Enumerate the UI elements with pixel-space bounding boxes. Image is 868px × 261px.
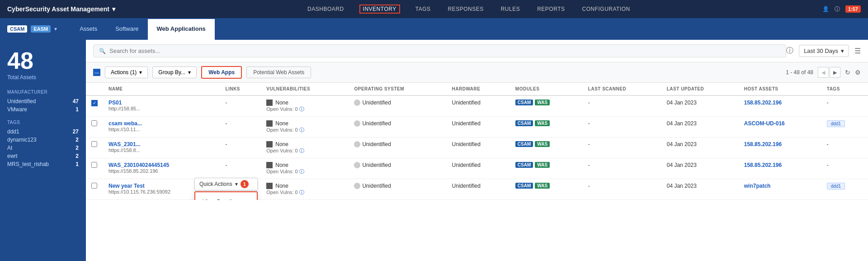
tab-web-apps-button[interactable]: Web Apps bbox=[201, 66, 242, 79]
actions-button[interactable]: Actions (1) ▾ bbox=[105, 66, 148, 78]
asset-name-link[interactable]: csam weba... bbox=[108, 120, 142, 127]
asset-name-link[interactable]: WAS_2301... bbox=[108, 141, 141, 147]
nav-reports[interactable]: REPORTS bbox=[535, 5, 566, 13]
row-last-updated-cell: 04 Jan 2023 bbox=[661, 158, 739, 179]
row-host-assets-cell: win7patch bbox=[739, 179, 821, 200]
row-links-cell: - bbox=[220, 95, 261, 117]
host-asset-link[interactable]: 158.85.202.196 bbox=[744, 141, 782, 147]
manufacturer-unidentified: Unidentified 47 bbox=[7, 98, 79, 104]
vulns-info-icon[interactable]: ⓘ bbox=[299, 169, 304, 174]
nav-responses[interactable]: RESPONSES bbox=[446, 5, 485, 13]
row-tags-cell: ddd1 bbox=[821, 117, 868, 138]
nav-rules[interactable]: RULES bbox=[499, 5, 522, 13]
col-links: LINKS bbox=[220, 83, 261, 95]
col-last-scanned: LAST SCANNED bbox=[583, 83, 661, 95]
main-wrapper: 48 Total Assets MANUFACTURER Unidentifie… bbox=[0, 40, 868, 261]
row-checkbox[interactable] bbox=[91, 162, 97, 168]
group-by-chevron: ▾ bbox=[188, 69, 191, 76]
select-all-checkbox[interactable]: — bbox=[93, 69, 100, 76]
vuln-label: None bbox=[275, 120, 288, 127]
open-vulns-label: Open Vulns: 0 ⓘ bbox=[266, 168, 343, 175]
row-checkbox-cell bbox=[86, 158, 103, 179]
tag-label: ddd1 bbox=[827, 120, 845, 127]
help-icon[interactable]: ⓘ bbox=[835, 5, 840, 13]
nav-configuration[interactable]: CONFIGURATION bbox=[580, 5, 632, 13]
toolbar-left: — Actions (1) ▾ Group By... ▾ Web Apps P… bbox=[93, 66, 311, 79]
help-circle-icon[interactable]: ⓘ bbox=[786, 46, 793, 56]
table-wrap: NAME LINKS VULNERABILITIES OPERATING SYS… bbox=[86, 83, 868, 200]
tag-label: ddd1 bbox=[827, 183, 845, 190]
row-last-scanned-cell: - bbox=[583, 138, 661, 158]
tab-assets[interactable]: Assets bbox=[71, 19, 106, 40]
vulns-info-icon[interactable]: ⓘ bbox=[299, 148, 304, 153]
module-csam-badge: CSAM bbox=[515, 141, 533, 147]
asset-name-link[interactable]: WAS_230104024445145 bbox=[108, 162, 169, 168]
toolbar: — Actions (1) ▾ Group By... ▾ Web Apps P… bbox=[86, 62, 868, 83]
row-checkbox[interactable]: ✓ bbox=[91, 100, 98, 106]
nav-tags[interactable]: TAGS bbox=[414, 5, 433, 13]
asset-url: https://158.85.202.196 bbox=[108, 168, 215, 174]
vulns-info-icon[interactable]: ⓘ bbox=[299, 190, 304, 195]
row-modules-cell: CSAMWAS bbox=[510, 158, 583, 179]
asset-name-link[interactable]: PS01 bbox=[108, 100, 122, 106]
module-csam-badge: CSAM bbox=[515, 120, 533, 126]
search-input[interactable] bbox=[109, 47, 780, 54]
top-nav-items: DASHBOARD INVENTORY TAGS RESPONSES RULES… bbox=[306, 5, 632, 14]
group-by-button[interactable]: Group By... ▾ bbox=[152, 66, 197, 78]
tab-software[interactable]: Software bbox=[106, 19, 147, 40]
row-modules-cell: CSAMWAS bbox=[510, 179, 583, 200]
row-links-cell: - bbox=[220, 117, 261, 138]
vuln-square-icon bbox=[266, 100, 273, 106]
notification-badge[interactable]: 1:57 bbox=[845, 5, 861, 13]
tab-potential-button[interactable]: Potential Web Assets bbox=[246, 66, 311, 78]
os-circle-icon bbox=[354, 120, 360, 127]
host-asset-link[interactable]: ASCOM-UD-016 bbox=[744, 120, 785, 127]
nav-dashboard[interactable]: DASHBOARD bbox=[306, 5, 346, 13]
date-filter[interactable]: Last 30 Days ▾ bbox=[799, 45, 849, 57]
vulns-info-icon[interactable]: ⓘ bbox=[299, 127, 304, 133]
table-row: WAS_230104024445145https://158.85.202.19… bbox=[86, 158, 868, 179]
vuln-square-icon bbox=[266, 120, 273, 127]
vulns-info-icon[interactable]: ⓘ bbox=[299, 106, 304, 112]
prev-page-button[interactable]: ◀ bbox=[818, 67, 829, 78]
row-hardware-cell: Unidentified bbox=[447, 158, 510, 179]
module-was-badge: WAS bbox=[535, 141, 550, 147]
manufacturer-title: MANUFACTURER bbox=[7, 90, 79, 95]
row-vulnerabilities-cell: NoneOpen Vulns: 0 ⓘ bbox=[261, 158, 349, 179]
quick-actions-label: Quick Actions bbox=[199, 181, 232, 187]
row-checkbox[interactable] bbox=[91, 183, 97, 189]
row-last-updated-cell: 04 Jan 2023 bbox=[661, 95, 739, 117]
row-vulnerabilities-cell: NoneOpen Vulns: 0 ⓘ bbox=[261, 179, 349, 200]
host-asset-link[interactable]: 158.85.202.196 bbox=[744, 100, 782, 106]
top-nav: CyberSecurity Asset Management ▾ DASHBOA… bbox=[0, 0, 868, 18]
pagination-info: 1 - 48 of 48 bbox=[786, 69, 813, 76]
open-vulns-label: Open Vulns: 0 ⓘ bbox=[266, 127, 343, 133]
user-icon[interactable]: 👤 bbox=[822, 6, 829, 12]
row-host-assets-cell: 158.85.202.196 bbox=[739, 138, 821, 158]
row-name-cell: WAS_230104024445145https://158.85.202.19… bbox=[103, 158, 220, 179]
asset-name-link[interactable]: New year Test bbox=[108, 183, 145, 189]
row-checkbox[interactable] bbox=[91, 120, 97, 126]
tag-at: At 2 bbox=[7, 145, 79, 151]
module-was-badge: WAS bbox=[535, 120, 550, 126]
filter-icon[interactable]: ☰ bbox=[854, 47, 861, 55]
col-last-updated: LAST UPDATED bbox=[661, 83, 739, 95]
search-input-wrap[interactable]: 🔍 bbox=[93, 44, 786, 57]
open-vulns-label: Open Vulns: 0 ⓘ bbox=[266, 106, 343, 113]
vuln-label: None bbox=[275, 141, 288, 147]
host-asset-link[interactable]: 158.85.202.196 bbox=[744, 162, 782, 168]
next-page-button[interactable]: ▶ bbox=[830, 67, 840, 78]
module-was-badge: WAS bbox=[535, 183, 550, 189]
nav-inventory[interactable]: INVENTORY bbox=[359, 5, 400, 14]
tab-web-applications[interactable]: Web Applications bbox=[148, 19, 215, 40]
search-bar: 🔍 ⓘ Last 30 Days ▾ ☰ bbox=[86, 40, 868, 62]
refresh-icon[interactable]: ↻ bbox=[845, 69, 850, 76]
app-chevron[interactable]: ▾ bbox=[112, 5, 115, 13]
settings-icon[interactable]: ⚙ bbox=[855, 69, 861, 76]
row-checkbox[interactable] bbox=[91, 141, 97, 147]
os-label: Unidentified bbox=[362, 100, 391, 106]
module-chevron[interactable]: ▾ bbox=[54, 26, 57, 32]
menu-view-details[interactable]: View Details bbox=[195, 195, 257, 200]
row-last-updated-cell: 04 Jan 2023 bbox=[661, 179, 739, 200]
host-asset-link[interactable]: win7patch bbox=[744, 183, 771, 189]
